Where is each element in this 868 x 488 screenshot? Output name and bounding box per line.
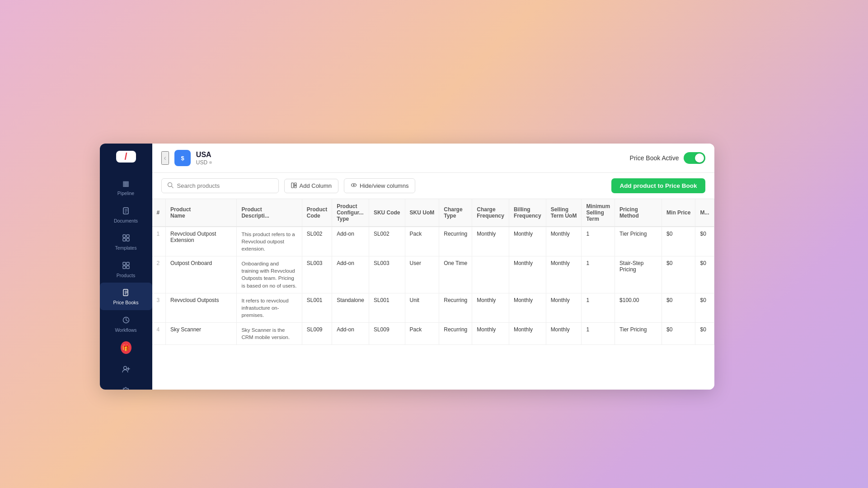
cell-billing-freq: Monthly [509, 293, 546, 322]
cell-min-price: $0 [662, 256, 695, 293]
cell-selling-term-uom: Monthly [546, 256, 582, 293]
cell-product-name: Sky Scanner [166, 322, 237, 344]
cell-description: Sky Scanner is the CRM mobile version. [237, 322, 302, 344]
workflows-icon [121, 315, 131, 325]
cell-selling-term-uom: Monthly [546, 227, 582, 256]
add-column-button[interactable]: Add Column [284, 179, 339, 193]
table-row[interactable]: 1Revvcloud Outpost ExtensionThis product… [152, 227, 714, 256]
price-book-active-label: Price Book Active [630, 154, 679, 162]
products-table: # ProductName ProductDescripti... Produc… [152, 199, 714, 345]
sidebar-bottom: 🎁 [100, 338, 152, 390]
sidebar-item-label: Products [117, 273, 135, 279]
svg-rect-11 [127, 266, 129, 269]
cell-sku-code: SL001 [369, 293, 405, 322]
sidebar-item-documents[interactable]: Documents [100, 201, 152, 228]
eye-icon [351, 182, 357, 190]
entity-info: USA USD [196, 150, 624, 165]
cell-selling-term-uom: Monthly [546, 322, 582, 344]
entity-name: USA [196, 150, 624, 159]
cell-min-price: $0 [662, 322, 695, 344]
add-product-button[interactable]: Add product to Price Book [611, 178, 705, 193]
toggle-knob [695, 153, 704, 163]
cell-product-name: Revvcloud Outpost Extension [166, 227, 237, 256]
cell-code: SL002 [302, 227, 332, 256]
sidebar-item-pipeline[interactable]: ▦ Pipeline [100, 173, 152, 201]
col-min-selling-term: MinimumSellingTerm [582, 199, 615, 227]
entity-icon: $ [174, 150, 191, 166]
cell-extra: $0 [695, 227, 714, 256]
cell-description: Onboarding and training with Revvcloud O… [237, 256, 302, 293]
sidebar-item-label: Documents [114, 218, 138, 224]
cell-sku-uom: User [405, 256, 439, 293]
hide-view-columns-label: Hide/view columns [360, 182, 408, 189]
cell-min-price: $0 [662, 227, 695, 256]
cell-min-price: $0 [662, 293, 695, 322]
cell-config-type: Add-on [332, 227, 369, 256]
sidebar-item-workflows[interactable]: Workflows [100, 310, 152, 338]
cell-description: This product refers to a Revvcloud outpo… [237, 227, 302, 256]
table-row[interactable]: 2Outpost OnboardOnboarding and training … [152, 256, 714, 293]
cell-config-type: Add-on [332, 256, 369, 293]
pipeline-icon: ▦ [121, 178, 131, 189]
sidebar-item-label: Templates [115, 245, 137, 251]
cell-pricing-method: Tier Pricing [615, 322, 662, 344]
cell-min-selling-term: 1 [582, 256, 615, 293]
col-extra: M... [695, 199, 714, 227]
cell-charge-type: One Time [439, 256, 472, 293]
col-description: ProductDescripti... [237, 199, 302, 227]
price-book-status: Price Book Active [630, 152, 705, 164]
sidebar-item-settings[interactable] [100, 381, 152, 390]
svg-rect-4 [123, 235, 126, 237]
sidebar-item-templates[interactable]: Templates [100, 228, 152, 256]
svg-rect-6 [123, 238, 126, 241]
sidebar-item-label: Pipeline [117, 191, 134, 196]
col-sku-uom: SKU UoM [405, 199, 439, 227]
main-content: ‹ $ USA USD Price Book Active [152, 144, 714, 390]
entity-currency: USD [196, 159, 624, 166]
gift-icon: 🎁 [121, 342, 131, 353]
cell-sku-uom: Unit [405, 293, 439, 322]
sidebar: / ▦ Pipeline Documents Templates Product… [100, 144, 152, 390]
back-button[interactable]: ‹ [161, 151, 169, 165]
sidebar-item-add-user[interactable] [100, 359, 152, 379]
cell-billing-freq: Monthly [509, 322, 546, 344]
settings-icon [121, 386, 131, 390]
price-book-toggle[interactable] [684, 152, 705, 164]
cell-num: 2 [152, 256, 166, 293]
toolbar: Add Column Hide/view columns Add product… [152, 173, 714, 199]
cell-charge-type: Recurring [439, 322, 472, 344]
table-row[interactable]: 3Revvcloud OutpostsIt refers to revvclou… [152, 293, 714, 322]
app-logo[interactable]: / [116, 151, 136, 163]
documents-icon [121, 205, 131, 216]
cell-billing-freq: Monthly [509, 227, 546, 256]
search-input[interactable] [177, 182, 273, 189]
svg-rect-25 [291, 183, 294, 188]
col-charge-freq: ChargeFrequency [472, 199, 509, 227]
table-row[interactable]: 4Sky ScannerSky Scanner is the CRM mobil… [152, 322, 714, 344]
sidebar-item-price-books[interactable]: Price Books [100, 283, 152, 310]
svg-rect-9 [127, 262, 129, 265]
cell-product-name: Outpost Onboard [166, 256, 237, 293]
cell-min-selling-term: 1 [582, 322, 615, 344]
cell-billing-freq: Monthly [509, 256, 546, 293]
cell-selling-term-uom: Monthly [546, 293, 582, 322]
cell-charge-type: Recurring [439, 227, 472, 256]
col-charge-type: ChargeType [439, 199, 472, 227]
cell-num: 1 [152, 227, 166, 256]
cell-code: SL009 [302, 322, 332, 344]
cell-code: SL003 [302, 256, 332, 293]
col-pricing-method: PricingMethod [615, 199, 662, 227]
sidebar-item-products[interactable]: Products [100, 256, 152, 283]
search-box[interactable] [161, 178, 279, 193]
cell-sku-code: SL009 [369, 322, 405, 344]
search-icon [167, 182, 174, 190]
cell-sku-uom: Pack [405, 227, 439, 256]
cell-num: 4 [152, 322, 166, 344]
add-column-label: Add Column [300, 182, 332, 189]
cell-extra: $0 [695, 322, 714, 344]
hide-view-columns-button[interactable]: Hide/view columns [344, 178, 415, 193]
sidebar-item-gift[interactable]: 🎁 [100, 338, 152, 358]
cell-charge-freq: Monthly [472, 227, 509, 256]
svg-text:$: $ [181, 155, 184, 162]
cell-sku-code: SL002 [369, 227, 405, 256]
